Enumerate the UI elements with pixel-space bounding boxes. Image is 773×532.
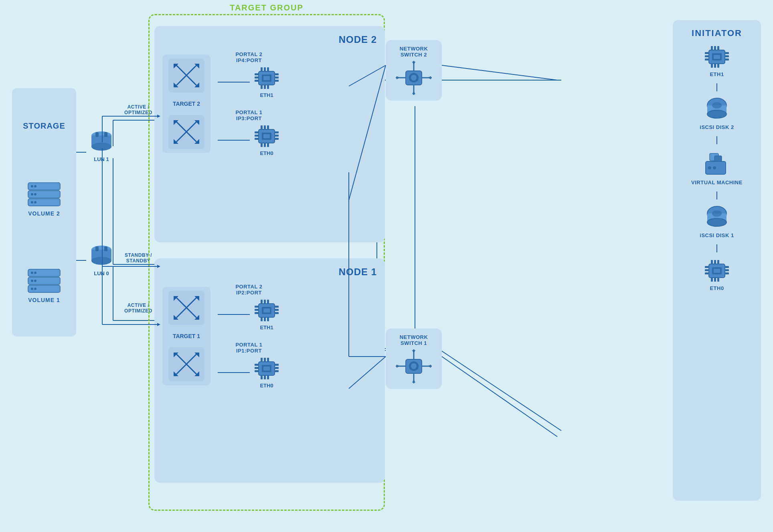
svg-point-29	[34, 201, 36, 204]
target-2-label: TARGET 2	[173, 101, 200, 107]
svg-rect-190	[711, 64, 713, 68]
node-2-inner: TARGET 2	[162, 51, 377, 156]
node-1-eth0-chip: ETH0	[253, 356, 280, 389]
node-2-eth1-chip: ETH1	[253, 66, 280, 98]
svg-rect-136	[261, 375, 263, 379]
svg-rect-184	[725, 52, 729, 54]
vm-icon	[702, 150, 731, 177]
svg-rect-91	[264, 143, 266, 147]
svg-rect-128	[255, 367, 259, 369]
chip-icon-n2-eth0	[253, 124, 280, 149]
svg-rect-119	[264, 300, 266, 304]
svg-marker-154	[397, 365, 400, 368]
svg-rect-131	[275, 367, 279, 369]
svg-line-107	[176, 364, 186, 374]
svg-rect-140	[263, 367, 270, 371]
svg-rect-116	[275, 309, 279, 311]
iscsi-disk-1-icon	[703, 206, 731, 230]
node-2-eth0-chip: ETH0	[253, 124, 280, 156]
target-group-label: TARGET GROUP	[148, 3, 385, 12]
target-1-panel: TARGET 1	[162, 287, 210, 385]
svg-rect-92	[267, 143, 269, 147]
svg-line-57	[176, 122, 186, 132]
svg-rect-187	[711, 46, 713, 50]
initiator-chip-eth1	[703, 44, 731, 69]
svg-rect-137	[264, 375, 266, 379]
svg-rect-186	[725, 58, 729, 60]
svg-marker-156	[428, 365, 431, 368]
svg-rect-138	[267, 375, 269, 379]
svg-point-151	[411, 75, 417, 81]
target-2-icon-bottom	[168, 115, 204, 149]
svg-line-63	[186, 132, 196, 142]
svg-point-206	[707, 218, 726, 226]
node-2-portal-1-chip-row: ETH0	[218, 124, 280, 156]
initiator-eth1-label: ETH1	[710, 71, 724, 77]
svg-line-61	[176, 132, 186, 142]
svg-point-46	[91, 257, 111, 265]
target-1-icon-bottom	[168, 347, 204, 381]
svg-rect-127	[255, 364, 259, 366]
svg-rect-213	[725, 269, 729, 271]
svg-rect-115	[275, 306, 279, 308]
svg-point-31	[31, 272, 33, 274]
svg-rect-47	[95, 246, 99, 251]
svg-line-170	[442, 357, 557, 437]
svg-point-41	[91, 143, 111, 151]
svg-rect-118	[261, 300, 263, 304]
svg-line-51	[186, 65, 196, 75]
svg-point-34	[31, 280, 33, 282]
svg-rect-66	[255, 73, 259, 75]
svg-rect-114	[255, 312, 259, 314]
switch-1-icon	[396, 349, 432, 383]
svg-rect-182	[705, 55, 709, 57]
svg-marker-149	[412, 91, 415, 94]
storage-title: STORAGE	[23, 121, 65, 131]
diagram-container: STORAGE VOLUME 2	[0, 0, 773, 532]
svg-rect-67	[255, 77, 259, 79]
svg-line-103	[176, 354, 186, 364]
iscsi-disk-2-icon	[703, 97, 731, 122]
svg-rect-123	[267, 317, 269, 321]
svg-rect-84	[275, 131, 279, 133]
node-2-portals: PORTAL 2IP4:PORT	[218, 51, 280, 156]
switch-1-label: NETWORK SWITCH 1	[390, 334, 438, 346]
connector-4	[716, 244, 717, 252]
svg-rect-112	[255, 306, 259, 308]
node-1-portal-2: PORTAL 2IP2:PORT	[218, 284, 280, 330]
svg-line-109	[186, 364, 196, 374]
initiator-vm-item: VIRTUAL MACHINE	[691, 150, 743, 185]
node-1-eth1-chip: ETH1	[253, 298, 280, 330]
svg-rect-68	[255, 80, 259, 82]
svg-rect-86	[275, 138, 279, 140]
expand-icon-top	[170, 60, 202, 91]
initiator-panel: INITIATOR ETH1	[673, 20, 761, 501]
svg-rect-43	[104, 132, 107, 137]
svg-rect-222	[714, 269, 720, 273]
svg-rect-79	[263, 76, 270, 80]
svg-rect-77	[267, 85, 269, 89]
svg-rect-192	[717, 64, 719, 68]
svg-line-95	[176, 298, 186, 308]
storage-panel: STORAGE VOLUME 2	[12, 88, 76, 337]
svg-marker-160	[412, 379, 415, 383]
network-switch-2-box: NETWORK SWITCH 2	[386, 40, 442, 101]
node-1-portals: PORTAL 2IP2:PORT	[218, 284, 280, 389]
connector-2	[716, 136, 717, 144]
chip-icon-n2-eth1	[253, 66, 280, 91]
node-1-eth0-label: ETH0	[260, 383, 273, 389]
initiator-iscsi-disk-1-item: iSCSI DISK 1	[700, 206, 734, 238]
portal-2-n1-line	[218, 314, 250, 315]
svg-rect-82	[255, 135, 259, 137]
svg-rect-219	[714, 278, 716, 282]
volume-1-item: VOLUME 1	[26, 268, 62, 303]
svg-rect-209	[705, 266, 709, 268]
svg-rect-218	[711, 278, 713, 282]
node-2-portal-1-label: PORTAL 1IP3:PORT	[235, 109, 262, 121]
node-1-inner: TARGET 1	[162, 284, 377, 389]
initiator-iscsi-disk-2-item: iSCSI DISK 2	[700, 97, 734, 130]
lun-0-area: LUN 0	[87, 242, 115, 276]
svg-rect-210	[705, 269, 709, 271]
svg-rect-75	[261, 85, 263, 89]
svg-point-198	[712, 102, 722, 109]
